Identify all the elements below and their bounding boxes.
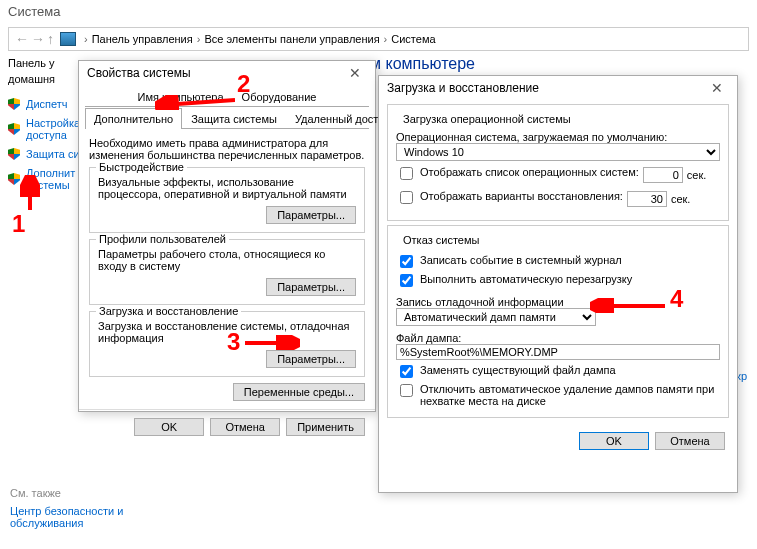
- admin-note: Необходимо иметь права администратора дл…: [89, 137, 365, 161]
- profiles-settings-button[interactable]: Параметры...: [266, 278, 356, 296]
- crumb-3[interactable]: Система: [391, 33, 435, 45]
- crumb-2[interactable]: Все элементы панели управления: [204, 33, 379, 45]
- sidebar-item-protection[interactable]: Защита си: [8, 146, 86, 162]
- write-event-checkbox[interactable]: [400, 255, 413, 268]
- see-also-header: См. также: [10, 487, 123, 499]
- overwrite-dump-checkbox[interactable]: [400, 365, 413, 378]
- default-os-label: Операционная система, загружаемая по умо…: [396, 131, 720, 143]
- group-title: Загрузка операционной системы: [400, 113, 574, 125]
- startup-recovery-dialog: Загрузка и восстановление ✕ Загрузка опе…: [378, 75, 738, 493]
- window-title: Система: [0, 0, 757, 23]
- group-startup-recovery: Загрузка и восстановление Загрузка и вос…: [89, 311, 365, 377]
- sidebar: Панель у домашня Диспетч Настройка досту…: [8, 55, 86, 196]
- show-os-list-checkbox[interactable]: [400, 167, 413, 180]
- group-title: Отказ системы: [400, 234, 482, 246]
- disable-delete-checkbox[interactable]: [400, 384, 413, 397]
- shield-icon: [8, 123, 20, 135]
- default-os-select[interactable]: Windows 10: [396, 143, 720, 161]
- sidebar-home-2[interactable]: домашня: [8, 71, 86, 87]
- group-desc: Загрузка и восстановление системы, отлад…: [98, 320, 356, 344]
- cancel-button[interactable]: Отмена: [655, 432, 725, 450]
- breadcrumb: ← → ↑ › Панель управления › Все элементы…: [8, 27, 749, 51]
- ok-button[interactable]: OK: [579, 432, 649, 450]
- shield-icon: [8, 148, 20, 160]
- sidebar-item-advanced[interactable]: Дополнит системы: [8, 165, 86, 193]
- group-desc: Визуальные эффекты, использование процес…: [98, 176, 356, 200]
- see-also-link[interactable]: Центр безопасности и обслуживания: [10, 505, 123, 529]
- auto-restart-checkbox[interactable]: [400, 274, 413, 287]
- crumb-1[interactable]: Панель управления: [92, 33, 193, 45]
- group-desc: Параметры рабочего стола, относящиеся ко…: [98, 248, 356, 272]
- debug-info-select[interactable]: Автоматический дамп памяти: [396, 308, 596, 326]
- close-icon[interactable]: ✕: [705, 80, 729, 96]
- show-recovery-checkbox[interactable]: [400, 191, 413, 204]
- apply-button[interactable]: Применить: [286, 418, 365, 436]
- nav-fwd-icon[interactable]: →: [31, 31, 45, 47]
- group-performance: Быстродействие Визуальные эффекты, испол…: [89, 167, 365, 233]
- close-icon[interactable]: ✕: [343, 65, 367, 81]
- dialog-title: Свойства системы: [87, 66, 191, 80]
- group-title: Быстродействие: [96, 161, 187, 173]
- tab-advanced[interactable]: Дополнительно: [85, 108, 182, 129]
- group-system-failure: Отказ системы Записать событие в системн…: [387, 225, 729, 418]
- ok-button[interactable]: OK: [134, 418, 204, 436]
- shield-icon: [8, 98, 20, 110]
- cancel-button[interactable]: Отмена: [210, 418, 280, 436]
- group-profiles: Профили пользователей Параметры рабочего…: [89, 239, 365, 305]
- os-list-seconds[interactable]: [643, 167, 683, 183]
- dump-file-input[interactable]: [396, 344, 720, 360]
- sidebar-item-device-manager[interactable]: Диспетч: [8, 96, 86, 112]
- sidebar-item-remote[interactable]: Настройка доступа: [8, 115, 86, 143]
- performance-settings-button[interactable]: Параметры...: [266, 206, 356, 224]
- dump-file-label: Файл дампа:: [396, 332, 720, 344]
- nav-back-icon[interactable]: ←: [15, 31, 29, 47]
- group-title: Профили пользователей: [96, 233, 229, 245]
- shield-icon: [8, 173, 20, 185]
- tab-computer-name[interactable]: Имя компьютера: [129, 86, 233, 107]
- env-vars-button[interactable]: Переменные среды...: [233, 383, 365, 401]
- tab-hardware[interactable]: Оборудование: [233, 86, 326, 107]
- control-panel-icon: [60, 32, 76, 46]
- page-header-partial: м компьютере: [370, 55, 475, 73]
- recovery-seconds[interactable]: [627, 191, 667, 207]
- debug-info-label: Запись отладочной информации: [396, 296, 720, 308]
- dialog-title: Загрузка и восстановление: [387, 81, 539, 95]
- tab-protection[interactable]: Защита системы: [182, 108, 286, 129]
- sidebar-home-1[interactable]: Панель у: [8, 55, 86, 71]
- startup-settings-button[interactable]: Параметры...: [266, 350, 356, 368]
- group-system-startup: Загрузка операционной системы Операционн…: [387, 104, 729, 221]
- nav-up-icon[interactable]: ↑: [47, 31, 54, 47]
- see-also: См. также Центр безопасности и обслужива…: [10, 487, 123, 529]
- group-title: Загрузка и восстановление: [96, 305, 241, 317]
- system-properties-dialog: Свойства системы ✕ Имя компьютера Оборуд…: [78, 60, 376, 412]
